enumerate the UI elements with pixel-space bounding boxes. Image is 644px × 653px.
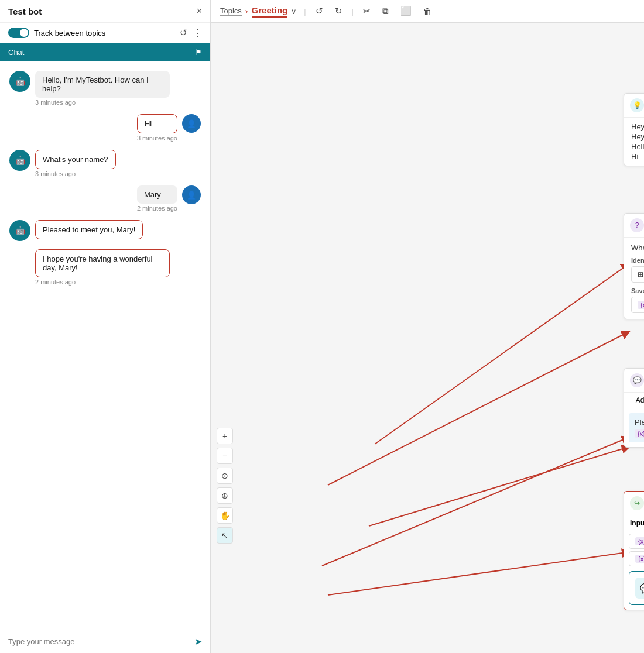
question-text: What's your name?: [631, 243, 644, 252]
refresh-icon[interactable]: ↺: [180, 28, 187, 38]
talk-section: 💬 Talk to Customer View topic: [629, 571, 644, 605]
subheader-icons: ↺ ⋮: [180, 28, 202, 38]
bubble-wrap: Hello, I'm MyTestbot. How can I help? 3 …: [35, 71, 170, 106]
more-icon[interactable]: ⋮: [193, 28, 202, 38]
copy-button[interactable]: ⧉: [380, 5, 391, 18]
redirect-icon: ↪: [630, 496, 644, 510]
message-node: 💬 Message Text ∨ ⋮ + Add ∨ B I ≡ ≔ {x}: [624, 368, 644, 448]
node-header: 💬 Message Text ∨ ⋮: [624, 369, 644, 393]
message-row: 👤 Mary 2 minutes ago: [9, 185, 201, 212]
redo-button[interactable]: ↻: [333, 5, 345, 18]
phrase-4: Hi: [631, 152, 644, 161]
track-toggle-row: Track between topics: [8, 28, 105, 38]
time-label: 3 minutes ago: [35, 170, 116, 177]
chat-tab-label: Chat: [8, 48, 24, 57]
fit-view-button[interactable]: ⊕: [217, 487, 233, 504]
reset-view-button[interactable]: ⊙: [217, 468, 233, 484]
svg-line-5: [369, 448, 626, 526]
time-label: 3 minutes ago: [137, 135, 177, 142]
time-label: 2 minutes ago: [137, 205, 177, 212]
undo-button[interactable]: ↺: [313, 5, 326, 18]
chat-input-row: ➤: [0, 630, 210, 653]
bubble-wrap: What's your name? 3 minutes ago: [35, 150, 116, 177]
identify-label: Identify: [631, 257, 644, 264]
message-var-row: {x} UserName string !: [635, 429, 644, 438]
delete-button[interactable]: 🗑: [421, 5, 434, 18]
identify-icon: ⊞: [638, 270, 643, 279]
trigger-node: 💡 Trigger Phrases (4) ⋮ Hey there Hey He…: [624, 93, 644, 166]
trigger-phrases: Hey there Hey Hello Hi: [624, 118, 644, 166]
bot-bubble: Hello, I'm MyTestbot. How can I help?: [35, 71, 170, 98]
paste-button[interactable]: ⬜: [398, 5, 414, 18]
user-bubble: Hi: [137, 114, 177, 133]
user-avatar: 👤: [182, 185, 201, 204]
toolbar-separator: |: [304, 7, 306, 16]
message-row: 🤖 I hope you're having a wonderful day, …: [9, 249, 201, 286]
user-avatar: 👤: [182, 114, 201, 133]
redirect-node: ↪ Redirect ⋮ Inputs (1) + Add input {x} …: [624, 491, 644, 610]
bot-bubble: I hope you're having a wonderful day, Ma…: [35, 249, 170, 277]
var-badge: {x}: [638, 301, 644, 309]
canvas-arrows: [211, 23, 644, 637]
topics-link[interactable]: Topics: [220, 6, 242, 16]
user-bubble: Mary: [137, 185, 177, 204]
panel-title: Test bot: [8, 6, 42, 16]
message-row: 🤖 Pleased to meet you, Mary!: [9, 220, 201, 241]
bot-avatar: 🤖: [9, 220, 30, 241]
svg-line-7: [328, 552, 626, 595]
node-header: 💡 Trigger Phrases (4) ⋮: [624, 94, 644, 118]
breadcrumb-current[interactable]: Greeting: [252, 5, 288, 18]
input-row-1[interactable]: {x} userName string =: [629, 534, 644, 549]
phrase-2: Hey: [631, 132, 644, 141]
zoom-in-button[interactable]: +: [217, 428, 233, 444]
chat-tab-flag: ⚑: [195, 48, 202, 57]
node-header: ↪ Redirect ⋮: [624, 492, 644, 515]
toolbar: Topics › Greeting ∨ | ↺ ↻ | ✂ ⧉ ⬜ 🗑: [211, 0, 644, 23]
bot-bubble: What's your name?: [35, 150, 116, 169]
panel-subheader: Track between topics ↺ ⋮: [0, 23, 210, 43]
toggle-thumb: [20, 29, 28, 37]
input-row-source[interactable]: {x} UserName string ›: [629, 551, 644, 566]
talk-icon: 💬: [635, 578, 644, 599]
trigger-icon: 💡: [630, 98, 644, 112]
chat-tab[interactable]: Chat ⚑: [0, 43, 210, 61]
identify-row[interactable]: ⊞ Person name ›: [631, 266, 644, 283]
node-header: ? Question Text ∨ ⋮: [624, 214, 644, 238]
bubble-wrap: I hope you're having a wonderful day, Ma…: [35, 249, 170, 286]
canvas-area[interactable]: 💡 Trigger Phrases (4) ⋮ Hey there Hey He…: [211, 23, 644, 653]
save-row[interactable]: {x} UserName string ›: [631, 297, 644, 313]
chat-input[interactable]: [8, 637, 194, 646]
toolbar-separator: |: [352, 7, 354, 16]
time-label: 3 minutes ago: [35, 99, 170, 106]
send-icon[interactable]: ➤: [194, 636, 202, 647]
breadcrumb-separator: ›: [245, 6, 248, 16]
inputs-label: Inputs (1): [630, 519, 644, 527]
select-button[interactable]: ↖: [217, 527, 233, 544]
message-row: 👤 Hi 3 minutes ago: [9, 114, 201, 142]
bot-avatar: 🤖: [9, 150, 30, 171]
track-toggle[interactable]: [8, 28, 29, 38]
chat-area: 🤖 Hello, I'm MyTestbot. How can I help? …: [0, 61, 210, 630]
breadcrumb: Topics › Greeting ∨: [220, 5, 297, 18]
pan-button[interactable]: ✋: [217, 507, 233, 524]
time-label: 2 minutes ago: [35, 279, 170, 286]
cut-button[interactable]: ✂: [361, 5, 373, 18]
message-row: 🤖 What's your name? 3 minutes ago: [9, 150, 201, 177]
message-toolbar: + Add ∨ B I ≡ ≔ {x}: [624, 393, 644, 408]
message-text: Pleased to meet you,: [635, 418, 644, 427]
question-icon: ?: [630, 218, 644, 232]
add-content-button[interactable]: + Add ∨: [630, 396, 644, 404]
panel-header: Test bot ×: [0, 0, 210, 23]
bubble-wrap: Hi 3 minutes ago: [137, 114, 177, 142]
left-panel: Test bot × Track between topics ↺ ⋮ Chat…: [0, 0, 211, 653]
close-button[interactable]: ×: [197, 6, 202, 16]
bot-bubble: Pleased to meet you, Mary!: [35, 220, 143, 239]
save-label: Save response as: [631, 287, 644, 294]
zoom-out-button[interactable]: −: [217, 448, 233, 464]
chevron-down-icon[interactable]: ∨: [291, 7, 297, 16]
zoom-controls: + − ⊙ ⊕ ✋ ↖: [217, 428, 233, 544]
var-badge: {x}: [635, 429, 644, 438]
right-panel: Topics › Greeting ∨ | ↺ ↻ | ✂ ⧉ ⬜ 🗑: [211, 0, 644, 653]
message-body: Pleased to meet you, {x} UserName string…: [629, 413, 644, 442]
svg-line-3: [375, 266, 626, 444]
